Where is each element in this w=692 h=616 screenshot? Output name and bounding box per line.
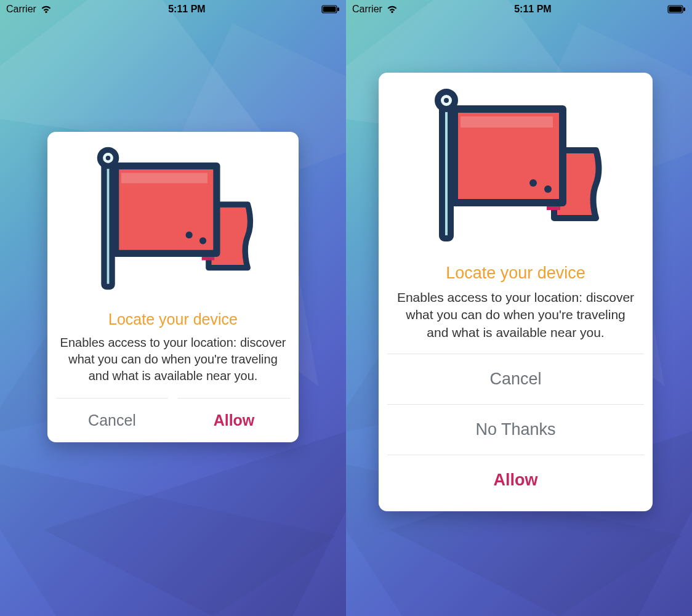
dialog-title: Locate your device <box>446 264 585 283</box>
cancel-button-label: Cancel <box>489 370 541 389</box>
carrier-label: Carrier <box>6 4 36 15</box>
cancel-button[interactable]: Cancel <box>56 398 168 442</box>
clock-label: 5:11 PM <box>514 4 551 15</box>
flag-icon <box>87 142 259 304</box>
dialog-button-row: Cancel Allow <box>47 398 299 442</box>
clock-label: 5:11 PM <box>168 4 205 15</box>
status-bar: Carrier 5:11 PM <box>0 0 346 18</box>
wifi-icon <box>40 5 52 14</box>
cancel-button[interactable]: Cancel <box>387 354 644 404</box>
dialog-title: Locate your device <box>108 310 238 328</box>
dialog-body: Enables access to your location: discove… <box>47 334 299 398</box>
svg-rect-10 <box>337 7 339 11</box>
status-bar: Carrier 5:11 PM <box>346 0 692 18</box>
no-thanks-button[interactable]: No Thanks <box>387 404 644 455</box>
allow-button-label: Allow <box>494 471 538 490</box>
svg-rect-9 <box>323 7 336 12</box>
battery-icon <box>667 5 686 14</box>
permission-dialog: Locate your device Enables access to you… <box>47 132 299 442</box>
cancel-button-label: Cancel <box>88 411 136 429</box>
permission-dialog: Locate your device Enables access to you… <box>379 73 653 511</box>
svg-rect-12 <box>669 7 682 12</box>
phone-screen-left: Carrier 5:11 PM Locate your device Enabl… <box>0 0 346 616</box>
svg-rect-13 <box>683 7 685 11</box>
flag-icon <box>424 83 608 257</box>
wifi-icon <box>386 5 398 14</box>
battery-icon <box>321 5 340 14</box>
allow-button[interactable]: Allow <box>178 398 290 442</box>
no-thanks-button-label: No Thanks <box>475 420 555 439</box>
carrier-label: Carrier <box>352 4 382 15</box>
dialog-button-column: Cancel No Thanks Allow <box>379 354 653 511</box>
allow-button[interactable]: Allow <box>387 455 644 505</box>
dialog-body: Enables access to your location: discove… <box>379 289 653 354</box>
allow-button-label: Allow <box>214 411 255 429</box>
